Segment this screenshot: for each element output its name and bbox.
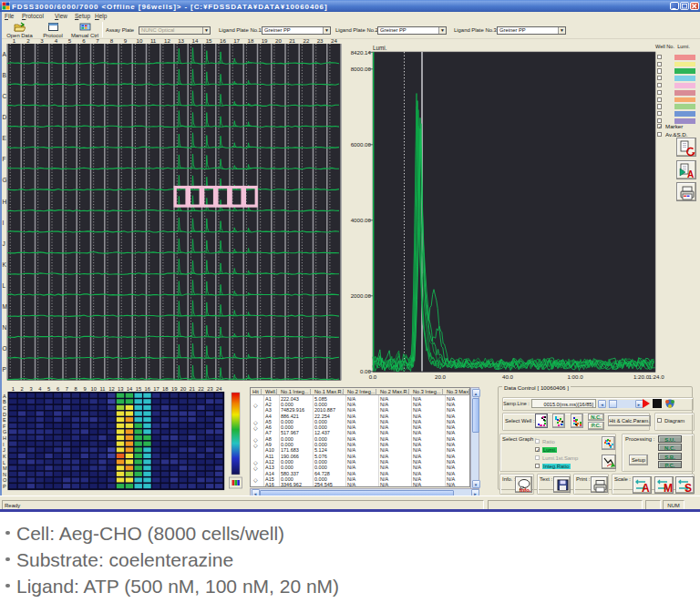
svg-text:A: A bbox=[642, 482, 650, 495]
svg-text:5: 5 bbox=[47, 386, 50, 392]
svg-text:20: 20 bbox=[180, 386, 186, 392]
svg-text:L: L bbox=[3, 460, 5, 465]
svg-text:2: 2 bbox=[21, 386, 24, 392]
svg-text:8: 8 bbox=[75, 386, 77, 392]
svg-text:15: 15 bbox=[136, 386, 141, 392]
svg-text:9: 9 bbox=[83, 386, 86, 392]
svg-text:0.0: 0.0 bbox=[369, 373, 377, 380]
svg-text:D: D bbox=[3, 412, 6, 417]
svg-text:11: 11 bbox=[100, 386, 106, 392]
svg-text:23: 23 bbox=[207, 386, 212, 392]
svg-text:N: N bbox=[3, 472, 6, 477]
svg-text:1:20.0: 1:20.0 bbox=[633, 373, 650, 380]
svg-text:22: 22 bbox=[198, 386, 203, 392]
svg-text:1:24.0: 1:24.0 bbox=[648, 373, 664, 380]
svg-text:J: J bbox=[3, 447, 5, 453]
svg-text:18: 18 bbox=[162, 386, 168, 392]
svg-text:4: 4 bbox=[38, 386, 42, 392]
svg-text:14: 14 bbox=[127, 386, 133, 392]
svg-text:17: 17 bbox=[153, 386, 159, 392]
svg-text:24: 24 bbox=[216, 386, 222, 392]
svg-text:12: 12 bbox=[108, 386, 114, 392]
svg-text:H: H bbox=[3, 435, 6, 441]
svg-text:7: 7 bbox=[66, 386, 68, 392]
svg-text:M: M bbox=[664, 482, 673, 495]
svg-text:13: 13 bbox=[118, 386, 123, 392]
svg-text:C: C bbox=[3, 405, 6, 411]
svg-text:S: S bbox=[685, 482, 692, 495]
svg-text:B: B bbox=[3, 399, 6, 404]
svg-text:19: 19 bbox=[171, 386, 177, 392]
svg-text:O: O bbox=[3, 477, 7, 483]
svg-text:21: 21 bbox=[190, 386, 195, 392]
svg-text:F: F bbox=[3, 424, 6, 429]
svg-text:K: K bbox=[3, 454, 6, 459]
svg-text:3: 3 bbox=[29, 386, 32, 392]
svg-text:1:00.0: 1:00.0 bbox=[567, 373, 583, 380]
svg-text:1: 1 bbox=[12, 386, 15, 392]
svg-text:E: E bbox=[3, 417, 6, 423]
svg-text:16: 16 bbox=[144, 386, 149, 392]
svg-text:10: 10 bbox=[91, 386, 97, 392]
svg-text:A: A bbox=[687, 169, 694, 179]
svg-text:M: M bbox=[3, 465, 7, 471]
svg-text:40.0: 40.0 bbox=[502, 373, 514, 380]
svg-text:A: A bbox=[3, 393, 6, 399]
svg-text:20.0: 20.0 bbox=[435, 373, 447, 380]
svg-text:G: G bbox=[3, 429, 6, 434]
svg-text:6: 6 bbox=[57, 386, 59, 392]
svg-text:P: P bbox=[3, 484, 6, 489]
svg-text:Lumi.: Lumi. bbox=[373, 45, 387, 51]
svg-text:I: I bbox=[3, 442, 5, 447]
svg-text:Info.: Info. bbox=[520, 487, 531, 493]
